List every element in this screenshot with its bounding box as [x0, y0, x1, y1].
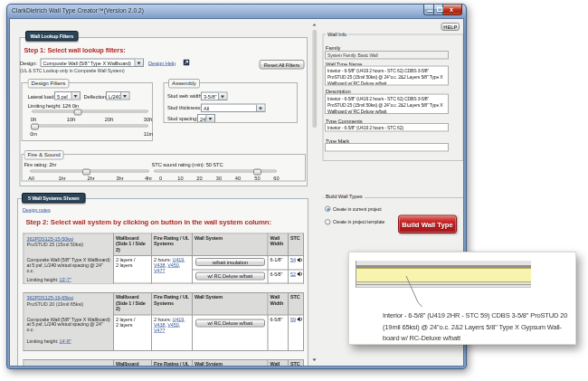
deflection-value: L/240 [109, 94, 121, 100]
stud-thickness-value: All [204, 106, 209, 111]
maximize-icon [437, 7, 443, 12]
wall-system-cell: w/batt insulation [193, 256, 269, 271]
stud-thickness-combo[interactable]: All [201, 104, 266, 113]
lateral-load-combo[interactable]: 5 psf [54, 91, 81, 100]
design-help-icon[interactable] [184, 60, 190, 66]
stc-tick-3: 30 [216, 176, 222, 181]
col-header-wallboard: Wallboard (Side 1 / Side 2) [114, 293, 152, 316]
wall-type-name-field[interactable]: Interior - 6-5/8" (U419 2 hours - STC 62… [325, 66, 449, 86]
wall-lookup-filters-tab: Wall Lookup Filters [25, 31, 79, 42]
build-wall-type-button[interactable]: Build Wall Type [398, 215, 457, 234]
wall-system-button[interactable]: w/ RC Deluxe w/batt [195, 319, 265, 328]
design-combo-value: Composite Wall (5/8" Type X Wallboard) [43, 61, 131, 66]
height-tick-3: 30ft [144, 117, 153, 122]
stud-web-width-combo-arrow-icon[interactable] [218, 93, 227, 100]
stc-link[interactable]: 52 [290, 271, 296, 277]
stud-web-width-combo[interactable]: 3-5/8" [201, 92, 228, 101]
col-header-stc: STC [289, 360, 304, 367]
inch-slider-track[interactable] [32, 125, 148, 128]
col-header-wallboard: Wallboard (Side 1 / Side 2) [114, 233, 152, 256]
stud-web-width-value: 3-5/8" [204, 94, 216, 100]
fire-rating-cell: 2 hours: U419, V438, V450, V477 [152, 315, 193, 351]
wall-system-table-1: 362PDS125-15-50ksi ProSTUD 25 (15mil 50k… [24, 233, 305, 284]
reset-all-filters-button[interactable]: Reset All Filters [260, 60, 305, 70]
inch-slider-thumb[interactable] [31, 124, 39, 130]
titlebar[interactable]: ClarkDietrich Wall Type Creator™(Version… [7, 5, 466, 19]
wall-system-button[interactable]: w/ RC Deluxe w/batt [195, 272, 265, 281]
ul-link[interactable]: V450 [167, 262, 178, 268]
scrollbar-up-icon[interactable] [313, 24, 317, 26]
stud-link[interactable]: 362PDS125-15-50ksi [27, 236, 73, 242]
step2-heading: Step 2: Select wall system by clicking o… [26, 218, 272, 226]
type-mark-field[interactable] [325, 143, 449, 151]
fire-tick-4: 4hr [145, 176, 152, 181]
stud-description: Composite Wall (5/8" Type X Wallboard) a… [27, 317, 111, 332]
design-filters-title: Design Filters [28, 79, 70, 89]
rc-channel-layer [356, 265, 531, 268]
type-comments-field[interactable]: Interior - 6-5/8" (U419 2 hours - STC 62… [325, 123, 449, 131]
ul-link[interactable]: V477 [154, 328, 165, 333]
col-header-stc: STC [289, 293, 304, 316]
lateral-load-label: Lateral load: [28, 93, 55, 100]
minimize-button[interactable] [423, 5, 434, 15]
col-header-width: Wall Width [268, 360, 289, 367]
stud-thickness-label: Stud thickness: [167, 104, 201, 110]
scrollbar-down-icon[interactable] [313, 359, 317, 362]
col-header-fire: Fire Rating / UL Systems [152, 233, 193, 256]
stud-cell-3 [24, 360, 114, 367]
limiting-height-row: Limiting height: 13'-7" [27, 277, 71, 282]
limiting-height-link[interactable]: 14'-8" [60, 338, 71, 344]
lateral-load-combo-arrow-icon[interactable] [71, 92, 81, 100]
wall-system-table-2: 362PDS125-19-65ksi ProSTUD 20 (19mil 65k… [24, 292, 305, 351]
design-combo-arrow-icon[interactable] [135, 60, 144, 67]
stud-thickness-combo-arrow-icon[interactable] [256, 105, 265, 112]
wall-width-cell: 6-1/8" [268, 256, 289, 271]
stc-slider-track[interactable] [154, 170, 277, 173]
deflection-combo[interactable]: L/240 [106, 91, 130, 100]
fire-slider-thumb[interactable] [82, 169, 90, 176]
vertical-scrollbar[interactable] [312, 21, 318, 366]
radio-create-current-label[interactable]: Create in current project [333, 206, 382, 212]
design-help-link[interactable]: Design Help [148, 60, 175, 66]
fire-slider-track[interactable] [30, 170, 149, 173]
radio-create-template-label[interactable]: Create in project template [333, 219, 384, 224]
col-header-fire: Fire Rating / UL Systems [152, 360, 193, 367]
height-slider-track[interactable] [32, 110, 148, 113]
wall-system-cell: w/ RC Deluxe w/batt [193, 270, 269, 283]
stud-link[interactable]: 362PDS125-19-65ksi [27, 295, 73, 300]
radio-create-template[interactable] [325, 219, 331, 225]
ul-link[interactable]: V477 [154, 268, 165, 273]
height-tick-1: 10ft [67, 117, 76, 122]
fire-tick-1: 1hr [58, 176, 65, 181]
fire-tick-3: 3hr [116, 176, 123, 181]
description-field[interactable]: Interior - 6-5/8" (U419 2 hours - STC 62… [325, 94, 449, 115]
height-slider-thumb[interactable] [74, 110, 82, 116]
limiting-height-link[interactable]: 13'-7" [60, 277, 71, 282]
close-button[interactable]: x [443, 5, 462, 15]
stc-cell: 52 [289, 270, 304, 283]
deflection-combo-arrow-icon[interactable] [120, 92, 129, 100]
stud-spacing-combo-arrow-icon[interactable] [206, 115, 215, 122]
wall-systems-tab: 5 Wall Systems Shown [22, 193, 85, 204]
design-notes-link[interactable]: Design notes [23, 207, 51, 213]
wall-info-title: Wall Info [326, 31, 348, 37]
help-button[interactable]: HELP [441, 23, 460, 31]
stud-spacing-combo[interactable]: 24" [197, 114, 215, 123]
step1-heading: Step 1: Select wall lookup filters: [24, 46, 126, 53]
maximize-button[interactable] [434, 5, 443, 15]
wall-width-cell: 6-5/8" [268, 270, 289, 283]
stc-tick-2: 20 [196, 176, 202, 181]
radio-create-current[interactable] [325, 206, 331, 213]
col-header-wall-system: Wall System [193, 293, 269, 316]
stc-slider-thumb[interactable] [253, 169, 261, 176]
col-header-width: Wall Width [268, 293, 289, 316]
scrollbar-thumb[interactable] [312, 30, 317, 128]
limiting-height-label: Limiting height: 12ft 0in [28, 102, 79, 109]
stc-link[interactable]: 59 [290, 317, 296, 322]
stud-name-block: 362PDS125-19-65ksi ProSTUD 20 (19mil 65k… [27, 295, 84, 307]
design-combo[interactable]: Composite Wall (5/8" Type X Wallboard) [41, 59, 145, 68]
ul-link[interactable]: V450 [167, 322, 178, 328]
wallboard-cell: 2 layers / 2 layers [114, 256, 152, 284]
stc-link[interactable]: 54 [290, 257, 296, 262]
wall-system-button[interactable]: w/batt insulation [195, 258, 265, 266]
